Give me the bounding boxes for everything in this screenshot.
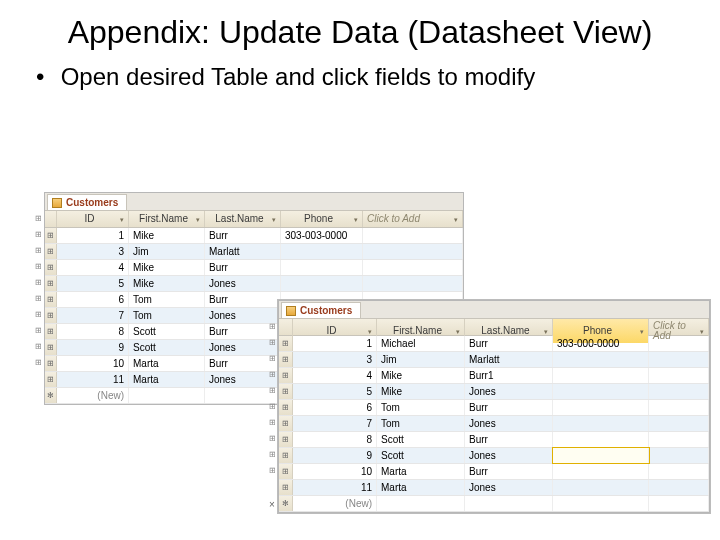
cell-first[interactable]: Tom [377,416,465,431]
row-selector[interactable]: ⊞ [45,276,57,291]
cell-last[interactable]: Burr [205,228,281,243]
cell-last[interactable]: Burr [205,292,281,307]
new-row-selector[interactable]: ✻ [45,388,57,403]
cell-id[interactable]: (New) [57,388,129,403]
cell-phone[interactable] [553,448,649,463]
cell-last[interactable]: Jones [465,480,553,495]
cell-phone[interactable] [553,432,649,447]
cell-first[interactable]: Scott [377,432,465,447]
cell-phone[interactable] [281,260,363,275]
row-selector[interactable]: ⊞ [279,416,293,431]
cell-last[interactable]: Jones [465,416,553,431]
cell-id[interactable]: 7 [57,308,129,323]
col-first[interactable]: First.Name▾ [129,211,205,227]
cell-extra[interactable] [363,276,463,291]
cell-phone[interactable] [553,480,649,495]
row-selector[interactable]: ⊞ [279,400,293,415]
cell-extra[interactable] [363,228,463,243]
cell-id[interactable]: 10 [57,356,129,371]
cell-extra[interactable] [363,244,463,259]
cell-id[interactable]: 1 [57,228,129,243]
cell-first[interactable]: Jim [129,244,205,259]
cell-last[interactable]: Burr [205,260,281,275]
cell-extra[interactable] [649,480,709,495]
cell-id[interactable]: 7 [293,416,377,431]
row-selector[interactable]: ⊞ [45,244,57,259]
cell-extra[interactable] [649,416,709,431]
cell-first[interactable]: Mike [129,260,205,275]
cell-first[interactable]: Mike [377,384,465,399]
new-row[interactable]: ✻(New) [279,496,709,512]
cell-first[interactable]: Scott [129,324,205,339]
row-selector[interactable]: ⊞ [45,372,57,387]
cell-extra[interactable] [363,260,463,275]
cell-last[interactable]: Jones [205,276,281,291]
cell-id[interactable]: (New) [293,496,377,511]
row-selector[interactable]: ⊞ [279,336,293,351]
cell-id[interactable]: 11 [293,480,377,495]
col-add[interactable]: Click to Add▾ [363,211,463,227]
cell-id[interactable]: 11 [57,372,129,387]
cell-id[interactable]: 8 [293,432,377,447]
row-selector[interactable]: ⊞ [279,480,293,495]
cell-phone[interactable] [281,244,363,259]
row-selector[interactable]: ⊞ [45,228,57,243]
cell-id[interactable]: 5 [57,276,129,291]
cell-first[interactable]: Marta [129,356,205,371]
row-selector[interactable]: ⊞ [45,292,57,307]
cell-phone[interactable] [553,368,649,383]
cell-first[interactable]: Tom [129,308,205,323]
cell-first[interactable]: Michael [377,336,465,351]
cell-last[interactable]: Jones [465,448,553,463]
cell-id[interactable]: 1 [293,336,377,351]
cell-phone[interactable]: 303-000-0000 [553,336,649,351]
row-selector[interactable]: ⊞ [45,340,57,355]
cell-first[interactable]: Tom [377,400,465,415]
cell-id[interactable]: 4 [57,260,129,275]
cell-id[interactable]: 3 [293,352,377,367]
cell-first[interactable]: Scott [129,340,205,355]
new-row-selector[interactable]: ✻ [279,496,293,511]
cell-phone[interactable] [553,464,649,479]
cell-id[interactable]: 5 [293,384,377,399]
row-selector[interactable]: ⊞ [45,308,57,323]
row-selector[interactable]: ⊞ [279,432,293,447]
row-selector[interactable]: ⊞ [279,352,293,367]
cell-first[interactable]: Marta [377,464,465,479]
table-tab[interactable]: Customers [47,194,127,210]
cell-phone[interactable]: 303-003-0000 [281,228,363,243]
cell-extra[interactable] [649,352,709,367]
cell-extra[interactable] [649,448,709,463]
row-selector[interactable]: ⊞ [45,324,57,339]
row-selector[interactable]: ⊞ [279,368,293,383]
cell-first[interactable]: Marta [129,372,205,387]
row-selector[interactable]: ⊞ [279,448,293,463]
cell-last[interactable]: Burr [465,400,553,415]
cell-first[interactable]: Scott [377,448,465,463]
row-selector[interactable]: ⊞ [279,384,293,399]
cell-phone[interactable] [553,352,649,367]
row-selector[interactable]: ⊞ [45,260,57,275]
col-phone[interactable]: Phone▾ [281,211,363,227]
row-selector[interactable]: ⊞ [279,464,293,479]
cell-extra[interactable] [649,336,709,351]
table-tab[interactable]: Customers [281,302,361,318]
cell-id[interactable]: 6 [293,400,377,415]
cell-first[interactable]: Marta [377,480,465,495]
cell-extra[interactable] [649,464,709,479]
cell-extra[interactable] [649,368,709,383]
cell-last[interactable]: Burr [465,336,553,351]
cell-first[interactable]: Jim [377,352,465,367]
cell-last[interactable]: Marlatt [205,244,281,259]
cell-id[interactable]: 9 [57,340,129,355]
cell-id[interactable]: 4 [293,368,377,383]
cell-extra[interactable] [649,432,709,447]
cell-id[interactable]: 9 [293,448,377,463]
col-last[interactable]: Last.Name▾ [205,211,281,227]
cell-id[interactable]: 10 [293,464,377,479]
row-selector[interactable]: ⊞ [45,356,57,371]
cell-last[interactable]: Jones [465,384,553,399]
cell-phone[interactable] [553,400,649,415]
cell-last[interactable]: Marlatt [465,352,553,367]
cell-first[interactable]: Mike [129,228,205,243]
